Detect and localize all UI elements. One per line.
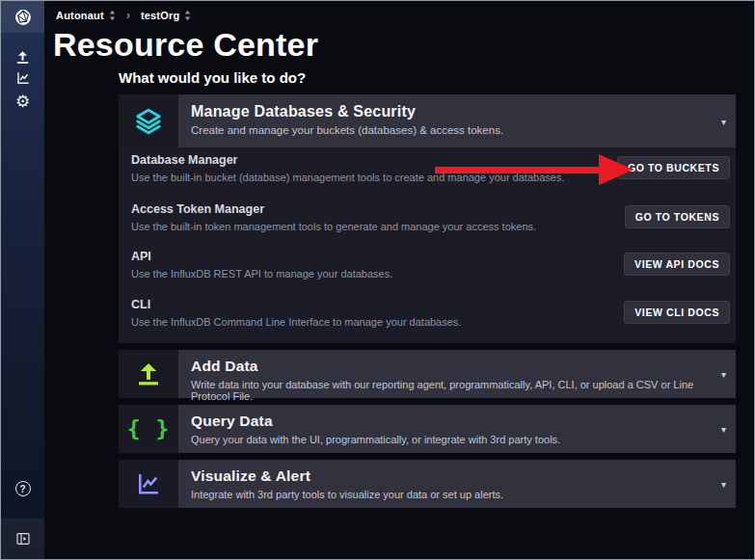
main-content: Autonaut › testOrg Resource Center What … <box>44 1 754 559</box>
data-explorer-nav-icon[interactable] <box>1 68 44 88</box>
view-cli-docs-button[interactable]: VIEW CLI DOCS <box>624 301 730 324</box>
upload-icon <box>14 49 31 66</box>
breadcrumb-org-dropdown[interactable]: testOrg <box>141 10 192 21</box>
annotation-arrow-head <box>599 154 634 185</box>
chevron-down-icon[interactable]: ▾ <box>721 424 726 435</box>
row-access-token-manager: Access Token Manager Use the built-in to… <box>119 202 736 247</box>
section-title: Add Data <box>191 358 711 375</box>
breadcrumb: Autonaut › testOrg <box>56 9 191 22</box>
breadcrumb-account-dropdown[interactable]: Autonaut <box>56 10 116 21</box>
resource-center-screen: ⚙ ? Autonaut › testOrg <box>0 0 755 560</box>
sort-carets-icon <box>109 10 116 21</box>
influxdb-logo[interactable] <box>1 1 44 33</box>
section-subtitle: Integrate with 3rd party tools to visual… <box>191 489 711 500</box>
help-icon: ? <box>15 481 31 496</box>
go-to-tokens-button[interactable]: GO TO TOKENS <box>625 205 730 228</box>
row-api: API Use the InfluxDB REST API to manage … <box>119 250 736 294</box>
row-cli: CLI Use the InfluxDB Command Line Interf… <box>119 298 736 342</box>
org-name: testOrg <box>141 10 180 21</box>
go-to-buckets-button[interactable]: GO TO BUCKETS <box>617 156 730 179</box>
section-query-data-header[interactable]: { } Query Data Query your data with the … <box>119 405 736 453</box>
view-api-docs-button[interactable]: VIEW API DOCS <box>624 253 730 276</box>
page-title: Resource Center <box>53 26 318 64</box>
curly-braces-icon: { } <box>119 405 178 453</box>
sort-carets-icon <box>184 10 191 21</box>
settings-nav-icon[interactable]: ⚙ <box>1 92 44 111</box>
upload-icon <box>119 350 178 398</box>
help-nav-icon[interactable]: ? <box>1 479 44 498</box>
section-manage-databases-header[interactable]: Manage Databases & Security Create and m… <box>119 94 736 147</box>
section-add-data-header[interactable]: Add Data Write data into your database w… <box>119 350 736 398</box>
line-chart-icon <box>119 460 178 508</box>
sidebar-toggle[interactable] <box>1 519 44 559</box>
row-database-manager: Database Manager Use the built-in bucket… <box>119 153 736 198</box>
section-title: Query Data <box>191 413 711 430</box>
page-prompt: What would you like to do? <box>119 69 306 86</box>
chevron-down-icon[interactable]: ▾ <box>721 479 726 490</box>
section-manage-databases-body: Database Manager Use the built-in bucket… <box>119 147 736 343</box>
layers-icon <box>119 94 178 147</box>
section-title: Manage Databases & Security <box>191 103 711 120</box>
load-data-nav-icon[interactable] <box>1 47 44 67</box>
expand-sidebar-icon <box>15 531 31 547</box>
sidebar: ⚙ ? <box>1 1 44 559</box>
section-title: Visualize & Alert <box>191 467 711 485</box>
annotation-arrow-tail <box>435 167 601 173</box>
section-visualize-alert-header[interactable]: Visualize & Alert Integrate with 3rd par… <box>119 460 736 508</box>
section-subtitle: Write data into your database with our r… <box>191 379 711 402</box>
section-subtitle: Query your data with the UI, programmati… <box>191 434 711 445</box>
chevron-down-icon[interactable]: ▾ <box>721 369 726 380</box>
chevron-down-icon[interactable]: ▾ <box>721 116 726 126</box>
breadcrumb-separator-icon: › <box>122 9 134 22</box>
section-subtitle: Create and manage your buckets (database… <box>191 124 711 136</box>
line-graph-icon <box>15 70 31 86</box>
gear-icon: ⚙ <box>15 93 30 110</box>
influxdb-logo-icon <box>13 8 33 27</box>
account-name: Autonaut <box>56 10 104 21</box>
